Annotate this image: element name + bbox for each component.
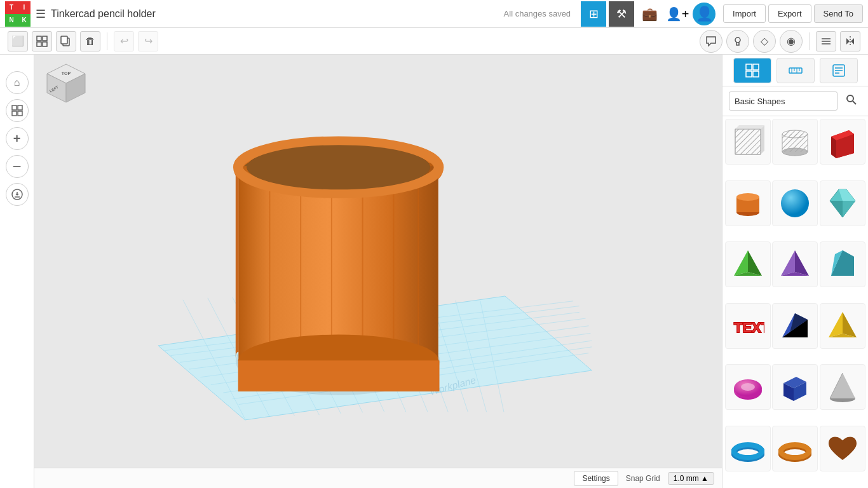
logo-t: T bbox=[5, 1, 18, 14]
svg-rect-2 bbox=[37, 42, 41, 46]
toolbar: ⬜ 🗑 ↩ ↪ ◇ ◉ bbox=[0, 28, 868, 55]
shape-crystal[interactable] bbox=[820, 180, 865, 226]
shape-tool2-btn[interactable]: ◉ bbox=[780, 30, 803, 53]
build-btn[interactable]: ⚒ bbox=[609, 1, 634, 27]
export-btn[interactable]: Export bbox=[768, 4, 811, 23]
shapes-header: Basic Shapes bbox=[722, 86, 868, 116]
ruler-panel-tab[interactable] bbox=[776, 58, 815, 83]
shape-cone[interactable] bbox=[820, 364, 865, 410]
svg-rect-3 bbox=[43, 42, 47, 46]
shape-torus-orange[interactable] bbox=[772, 426, 818, 471]
light-btn[interactable] bbox=[726, 30, 749, 53]
shapes-dropdown[interactable]: Basic Shapes bbox=[729, 92, 837, 111]
shape-wedge[interactable] bbox=[772, 303, 818, 349]
canvas[interactable]: TOP LEFT bbox=[34, 55, 722, 488]
shape-pyramid-purple[interactable] bbox=[772, 241, 818, 287]
duplicate-btn[interactable] bbox=[56, 31, 76, 51]
svg-rect-83 bbox=[735, 129, 761, 154]
logo: T I N K bbox=[5, 1, 31, 27]
svg-marker-107 bbox=[781, 250, 795, 276]
save-status: All changes saved bbox=[504, 9, 571, 18]
menu-icon[interactable]: ☰ bbox=[36, 7, 46, 21]
grid-view-btn[interactable]: ⊞ bbox=[581, 1, 606, 27]
svg-rect-63 bbox=[238, 360, 440, 391]
annotate-btn[interactable] bbox=[700, 30, 722, 53]
logo-k: K bbox=[18, 14, 31, 27]
shape-torus-pink[interactable] bbox=[725, 364, 771, 410]
view-cube-container[interactable]: TOP LEFT bbox=[41, 61, 92, 112]
shapes-grid: TEXT bbox=[722, 116, 868, 488]
profile-btn[interactable]: 👤 bbox=[693, 3, 715, 25]
shape-box[interactable] bbox=[820, 119, 865, 165]
shape-text[interactable]: TEXT bbox=[725, 303, 771, 349]
svg-rect-5 bbox=[61, 36, 67, 44]
logo-i: I bbox=[18, 1, 31, 14]
undo-btn[interactable]: ↩ bbox=[114, 31, 134, 51]
shape-box-hole[interactable] bbox=[725, 119, 771, 165]
align-btn[interactable] bbox=[816, 31, 836, 51]
shape-torus-blue[interactable] bbox=[725, 426, 771, 471]
svg-point-123 bbox=[741, 383, 755, 391]
shape-heart[interactable] bbox=[820, 426, 865, 471]
svg-text:TOP: TOP bbox=[62, 71, 71, 76]
left-sidebar: ⌂ + − bbox=[0, 55, 34, 488]
svg-rect-15 bbox=[12, 111, 17, 116]
svg-marker-104 bbox=[734, 250, 748, 276]
svg-rect-13 bbox=[12, 105, 17, 110]
group-btn[interactable] bbox=[32, 31, 52, 51]
bottom-bar: Settings Snap Grid 1.0 mm ▲ bbox=[34, 468, 722, 488]
shape-prism[interactable] bbox=[820, 241, 865, 287]
svg-marker-118 bbox=[829, 312, 843, 337]
project-title[interactable]: Tinkercad pencil holder bbox=[51, 8, 504, 20]
svg-point-89 bbox=[782, 130, 808, 138]
settings-btn[interactable]: Settings bbox=[574, 471, 618, 486]
svg-point-80 bbox=[847, 95, 853, 102]
svg-point-66 bbox=[247, 145, 430, 189]
add-user-btn[interactable]: 👤+ bbox=[665, 1, 690, 27]
send-to-btn[interactable]: Send To bbox=[814, 4, 863, 23]
svg-rect-16 bbox=[18, 111, 22, 116]
snap-grid-label: Snap Grid bbox=[626, 474, 660, 483]
logo-n: N bbox=[5, 14, 18, 27]
svg-marker-105 bbox=[748, 250, 762, 276]
svg-point-99 bbox=[781, 189, 809, 217]
shape-tool-btn[interactable]: ◇ bbox=[753, 30, 776, 53]
svg-marker-119 bbox=[843, 312, 857, 337]
shape-sphere[interactable] bbox=[772, 180, 818, 226]
svg-rect-14 bbox=[18, 105, 22, 110]
svg-rect-68 bbox=[753, 64, 759, 70]
main: ⌂ + − TOP LEFT bbox=[0, 55, 868, 488]
shapes-search-btn[interactable] bbox=[841, 92, 862, 111]
svg-marker-128 bbox=[830, 373, 855, 398]
zoom-in-btn[interactable]: + bbox=[6, 127, 29, 150]
shape-pyramid-green[interactable] bbox=[725, 241, 771, 287]
home-view-btn[interactable]: ⌂ bbox=[6, 71, 29, 94]
right-panel: Basic Shapes bbox=[722, 55, 868, 488]
shape-pyramid-yellow[interactable] bbox=[820, 303, 865, 349]
fit-view-btn[interactable] bbox=[6, 99, 29, 122]
download-view-btn[interactable] bbox=[6, 183, 29, 206]
briefcase-btn[interactable]: 💼 bbox=[637, 1, 662, 27]
shape-cylinder[interactable] bbox=[725, 180, 771, 226]
import-btn[interactable]: Import bbox=[723, 4, 766, 23]
svg-marker-11 bbox=[846, 38, 850, 44]
notes-panel-tab[interactable] bbox=[820, 58, 858, 83]
svg-rect-69 bbox=[746, 71, 752, 77]
header: T I N K ☰ Tinkercad pencil holder All ch… bbox=[0, 0, 868, 28]
redo-btn[interactable]: ↪ bbox=[138, 31, 158, 51]
svg-marker-85 bbox=[735, 125, 764, 129]
svg-text:TEXT: TEXT bbox=[734, 320, 764, 336]
shape-box-blue[interactable] bbox=[772, 364, 818, 410]
svg-rect-67 bbox=[746, 64, 752, 70]
mirror-btn[interactable] bbox=[840, 31, 860, 51]
svg-rect-70 bbox=[753, 71, 759, 77]
snap-grid-value[interactable]: 1.0 mm ▲ bbox=[668, 472, 714, 485]
svg-marker-108 bbox=[795, 250, 809, 276]
svg-line-81 bbox=[853, 101, 856, 104]
svg-point-6 bbox=[735, 37, 740, 43]
shape-cylinder-hole[interactable] bbox=[772, 119, 818, 165]
new-workplane-btn[interactable]: ⬜ bbox=[8, 31, 28, 51]
delete-btn[interactable]: 🗑 bbox=[80, 31, 100, 51]
grid-panel-tab[interactable] bbox=[733, 58, 771, 83]
zoom-out-btn[interactable]: − bbox=[6, 155, 29, 178]
